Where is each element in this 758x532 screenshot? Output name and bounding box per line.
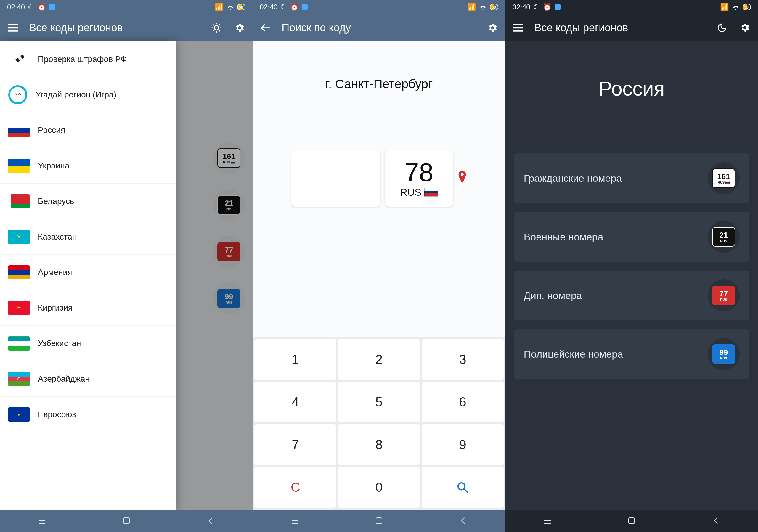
drawer-item-fines[interactable]: Проверка штрафов РФ <box>0 42 176 77</box>
drawer-item-ukraine[interactable]: Украина <box>0 148 176 183</box>
plate-right-code: 78 RUS <box>385 150 453 207</box>
search-content: г. Санкт-Петербург 78 RUS 1 2 3 4 <box>253 42 505 510</box>
night-mode-button[interactable] <box>715 21 729 35</box>
key-9[interactable]: 9 <box>422 424 503 465</box>
drawer-label: Беларусь <box>38 197 74 206</box>
status-bar: 02:40 ☾ ⏰ 📶 58 <box>505 0 758 14</box>
police-baton-icon <box>8 52 30 66</box>
signal-icon: 📶 <box>467 3 476 11</box>
key-2[interactable]: 2 <box>338 339 420 380</box>
key-search[interactable] <box>422 467 503 508</box>
card-label: Полицейские номера <box>524 348 623 361</box>
svg-line-5 <box>213 24 214 25</box>
drawer-item-kazakhstan[interactable]: ☀ Казахстан <box>0 219 176 254</box>
back-button[interactable] <box>456 514 470 528</box>
drawer-item-eu[interactable]: ⋆ Евросоюз <box>0 397 176 432</box>
drawer-label: Казахстан <box>38 232 77 242</box>
system-nav-bar <box>0 510 253 532</box>
drawer-label: Армения <box>38 268 72 277</box>
back-button[interactable] <box>203 514 218 528</box>
battery-icon: 58 <box>237 4 246 10</box>
home-button[interactable] <box>119 514 133 528</box>
battery-icon: 58 <box>490 4 498 10</box>
flag-ru-icon <box>424 188 438 197</box>
drawer-item-game[interactable]: ??? Угадай регион (Игра) <box>0 77 176 113</box>
flag-az-icon: ☪ <box>8 372 30 386</box>
settings-button[interactable] <box>485 21 500 35</box>
key-7[interactable]: 7 <box>254 424 336 465</box>
battery-icon: 58 <box>742 4 751 10</box>
home-button[interactable] <box>372 514 386 528</box>
screen-search: 02:40 ☾ ⏰ 📶 58 Поиск по коду г. Санкт-Пе… <box>253 0 505 532</box>
card-police[interactable]: Полицейские номера 99RUS <box>514 329 749 379</box>
key-0[interactable]: 0 <box>338 467 420 508</box>
system-nav-bar <box>505 510 758 532</box>
flag-ru-icon <box>8 123 30 137</box>
back-arrow-button[interactable] <box>258 21 273 35</box>
signal-icon: 📶 <box>215 3 224 11</box>
key-3[interactable]: 3 <box>422 339 503 380</box>
key-1[interactable]: 1 <box>254 339 336 380</box>
flag-ua-icon <box>8 159 30 173</box>
result-region-name: г. Санкт-Петербург <box>253 77 505 91</box>
key-clear[interactable]: C <box>254 467 336 508</box>
svg-point-0 <box>214 26 219 30</box>
screen-drawer: 02:40 ☾ ⏰ 📶 58 Все коды регионов 161RUS <box>0 0 253 532</box>
app-bar: Поиск по коду <box>253 14 505 42</box>
alarm-icon: ⏰ <box>290 3 299 11</box>
card-civilian[interactable]: Гражданские номера 161RUS <box>514 153 749 203</box>
box-icon <box>49 4 55 10</box>
drawer-label: Азербайджан <box>38 374 90 384</box>
navigation-drawer: Проверка штрафов РФ ??? Угадай регион (И… <box>0 42 176 510</box>
svg-line-14 <box>464 489 467 492</box>
moon-icon: ☾ <box>533 3 540 11</box>
status-time: 02:40 <box>7 3 25 11</box>
settings-button[interactable] <box>738 21 752 35</box>
plate-badge-civilian: 161RUS <box>708 162 740 194</box>
svg-rect-12 <box>123 518 129 524</box>
drawer-item-kyrgyzstan[interactable]: ☀ Киргизия <box>0 290 176 326</box>
settings-button[interactable] <box>232 21 247 35</box>
drawer-item-russia[interactable]: Россия <box>0 113 176 148</box>
key-4[interactable]: 4 <box>254 382 336 422</box>
key-6[interactable]: 6 <box>422 382 503 422</box>
drawer-item-armenia[interactable]: Армения <box>0 254 176 290</box>
flag-kg-icon: ☀ <box>8 301 30 315</box>
card-diplomatic[interactable]: Дип. номера 77RUS <box>514 271 749 320</box>
svg-rect-15 <box>376 518 382 524</box>
key-5[interactable]: 5 <box>338 382 420 422</box>
key-8[interactable]: 8 <box>338 424 420 465</box>
map-pin-icon[interactable] <box>458 171 466 186</box>
recents-button[interactable] <box>288 514 302 528</box>
drawer-item-azerbaijan[interactable]: ☪ Азербайджан <box>0 361 176 397</box>
menu-button[interactable] <box>6 21 20 35</box>
moon-icon: ☾ <box>28 3 34 11</box>
app-bar: Все коды регионов <box>505 14 758 42</box>
alarm-icon: ⏰ <box>543 3 552 11</box>
plate-badge-military: 21RUS <box>708 221 740 253</box>
flag-kz-icon: ☀ <box>8 230 30 244</box>
recents-button[interactable] <box>540 514 555 528</box>
drawer-item-uzbekistan[interactable]: Узбекистан <box>0 326 176 361</box>
drawer-label: Узбекистан <box>38 339 81 348</box>
drawer-label: Украина <box>38 161 70 171</box>
svg-line-8 <box>219 24 220 25</box>
status-time: 02:40 <box>512 3 530 11</box>
drawer-label: Проверка штрафов РФ <box>38 54 127 64</box>
recents-button[interactable] <box>35 514 49 528</box>
home-button[interactable] <box>625 514 639 528</box>
drawer-label: Киргизия <box>38 303 73 313</box>
categories-content: Россия Гражданские номера 161RUS Военные… <box>505 42 758 510</box>
brightness-button[interactable] <box>209 21 224 35</box>
drawer-item-belarus[interactable]: Беларусь <box>0 183 176 219</box>
card-military[interactable]: Военные номера 21RUS <box>514 212 749 262</box>
moon-icon: ☾ <box>280 3 287 11</box>
flag-ru-icon <box>725 181 730 184</box>
plate-code-value: 78 <box>404 159 433 185</box>
screen-categories: 02:40 ☾ ⏰ 📶 58 Все коды регионов Россия … <box>505 0 758 532</box>
svg-line-6 <box>219 30 220 31</box>
menu-button[interactable] <box>511 21 526 35</box>
box-icon <box>555 4 561 10</box>
game-icon: ??? <box>8 85 27 104</box>
back-button[interactable] <box>709 514 723 528</box>
